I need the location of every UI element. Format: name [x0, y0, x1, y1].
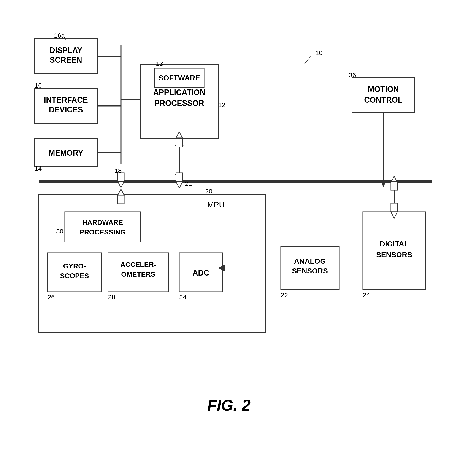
svg-text:20: 20	[205, 188, 212, 195]
svg-text:PROCESSING: PROCESSING	[79, 228, 126, 236]
svg-text:MEMORY: MEMORY	[49, 148, 83, 157]
svg-text:12: 12	[218, 101, 225, 108]
svg-text:13: 13	[156, 60, 163, 67]
svg-rect-54	[118, 173, 124, 182]
svg-text:36: 36	[349, 71, 356, 79]
svg-text:SENSORS: SENSORS	[292, 267, 328, 275]
svg-text:CONTROL: CONTROL	[364, 96, 403, 104]
svg-line-70	[305, 56, 311, 64]
svg-text:OMETERS: OMETERS	[121, 270, 155, 278]
svg-text:21: 21	[185, 180, 192, 187]
svg-marker-52	[118, 189, 124, 195]
svg-text:24: 24	[363, 291, 370, 298]
svg-rect-58	[391, 182, 397, 190]
svg-text:22: 22	[281, 291, 288, 298]
svg-text:18: 18	[114, 167, 122, 174]
svg-text:SENSORS: SENSORS	[376, 251, 412, 259]
svg-text:DEVICES: DEVICES	[49, 105, 83, 114]
svg-text:16: 16	[34, 82, 42, 89]
svg-text:26: 26	[48, 294, 55, 301]
svg-text:ADC: ADC	[192, 269, 209, 277]
svg-text:DIGITAL: DIGITAL	[380, 240, 408, 248]
svg-rect-33	[65, 212, 140, 242]
svg-text:HARDWARE: HARDWARE	[82, 218, 123, 226]
svg-text:GYRO-: GYRO-	[63, 262, 86, 270]
svg-text:APPLICATION: APPLICATION	[153, 88, 205, 97]
svg-text:MOTION: MOTION	[368, 85, 399, 94]
svg-text:16a: 16a	[54, 32, 65, 39]
svg-text:ANALOG: ANALOG	[294, 257, 326, 265]
svg-marker-28	[176, 182, 182, 188]
svg-marker-30	[380, 181, 387, 187]
svg-text:SCOPES: SCOPES	[60, 272, 89, 280]
svg-text:ACCELER-: ACCELER-	[120, 261, 156, 269]
svg-rect-18	[352, 78, 415, 112]
svg-text:SOFTWARE: SOFTWARE	[159, 74, 200, 82]
diagram-container: DISPLAY SCREEN INTERFACE DEVICES MEMORY …	[22, 17, 454, 428]
svg-rect-59	[391, 203, 397, 212]
svg-text:PROCESSOR: PROCESSOR	[154, 99, 204, 108]
svg-text:14: 14	[34, 165, 42, 172]
svg-text:SCREEN: SCREEN	[50, 56, 82, 64]
svg-text:MPU: MPU	[207, 200, 225, 209]
svg-text:DISPLAY: DISPLAY	[50, 46, 83, 55]
svg-text:INTERFACE: INTERFACE	[44, 96, 88, 104]
svg-rect-53	[118, 195, 124, 204]
svg-text:30: 30	[56, 227, 63, 235]
svg-marker-26	[176, 138, 182, 147]
svg-text:34: 34	[179, 294, 186, 301]
diagram-svg: DISPLAY SCREEN INTERFACE DEVICES MEMORY …	[22, 17, 454, 428]
svg-marker-27	[176, 173, 182, 182]
svg-text:28: 28	[108, 294, 115, 301]
svg-text:FIG. 2: FIG. 2	[207, 397, 251, 414]
svg-marker-55	[118, 182, 124, 188]
svg-text:10: 10	[315, 49, 323, 56]
